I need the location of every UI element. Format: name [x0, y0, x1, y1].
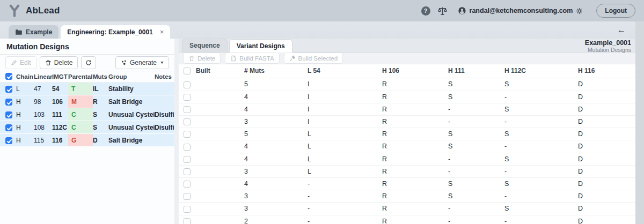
build-fasta-button[interactable]: Build FASTA [225, 53, 279, 64]
variant-row[interactable]: 4IR-SD [179, 103, 635, 115]
variant-delete-button[interactable]: Delete [183, 53, 221, 64]
row-checkbox[interactable] [184, 94, 191, 101]
checkbox-cell[interactable] [0, 108, 16, 121]
variant-row[interactable]: 2-R--D [179, 215, 635, 224]
workspace-tab-example[interactable]: Example [9, 25, 58, 39]
tab-variant-designs[interactable]: Variant Designs [229, 39, 292, 53]
checkbox-cell[interactable] [179, 115, 194, 128]
cell-l-54: I [305, 78, 380, 91]
workspace-tab-engineering[interactable]: Engineering: Example_0001 × [61, 25, 170, 39]
row-checkbox[interactable] [184, 206, 191, 213]
column-header-built: Built [194, 64, 242, 78]
row-checkbox[interactable] [184, 156, 191, 163]
hammer-icon [289, 55, 296, 62]
folder-icon [15, 28, 23, 36]
delete-button[interactable]: Delete [40, 56, 78, 69]
checkbox-cell[interactable] [0, 83, 16, 95]
mutation-row[interactable]: H98106MRSalt Bridge [0, 95, 174, 108]
column-header-h-112c: H 112C [502, 64, 576, 78]
generate-button[interactable]: Generate [115, 56, 169, 69]
variant-row[interactable]: 4IRS-D [179, 91, 635, 103]
edit-button[interactable]: Edit [5, 56, 36, 69]
variant-row[interactable]: 4-RSSD [179, 177, 635, 190]
variant-toolbar: Delete Build FASTA [179, 53, 635, 64]
select-all-checkbox[interactable] [5, 73, 12, 80]
variant-row[interactable]: 3-RS-D [179, 190, 635, 203]
parental-chip: G [68, 134, 93, 146]
row-checkbox[interactable] [184, 118, 191, 125]
variant-row[interactable]: 5IRSSD [179, 78, 635, 91]
mutation-designs-panel: Mutation Designs Edit Delete [0, 39, 174, 224]
mutation-row[interactable]: H108112CCSUnusual CysteineDisulfide [0, 121, 174, 134]
row-checkbox[interactable] [184, 181, 191, 188]
checkbox-cell[interactable] [0, 134, 16, 147]
close-tab-icon[interactable]: × [160, 28, 164, 36]
checkbox-cell[interactable] [179, 165, 194, 177]
refresh-button[interactable] [81, 56, 96, 69]
cell-num-muts: 5 [242, 128, 305, 140]
checkbox-cell[interactable] [179, 128, 194, 140]
variant-row[interactable]: 3IR--D [179, 115, 635, 128]
cell-h-116: D [576, 115, 635, 128]
row-checkbox[interactable] [184, 168, 191, 175]
checkbox-cell[interactable] [179, 190, 194, 203]
checkbox-cell[interactable] [0, 95, 16, 108]
variant-row[interactable]: 4LRS-D [179, 140, 635, 153]
row-checkbox[interactable] [5, 137, 12, 144]
cell-group: Salt Bridge [108, 95, 155, 108]
mutation-table-body: L4754TILStabilityH98106MRSalt BridgeH103… [0, 83, 174, 147]
cell-l-54: - [305, 203, 380, 215]
row-checkbox[interactable] [184, 193, 191, 200]
column-header-linear: Linear [34, 71, 52, 83]
cell-h-106: R [380, 153, 446, 165]
cell-notes: Disulfide [155, 108, 174, 121]
column-header-muts: # Muts [242, 64, 305, 78]
checkbox-cell[interactable] [179, 78, 194, 91]
select-all-checkbox[interactable] [184, 68, 191, 74]
cell-h-116: D [576, 215, 635, 224]
settings-gear-icon[interactable] [576, 8, 583, 14]
row-checkbox[interactable] [184, 106, 191, 113]
cell-h-116: D [576, 78, 635, 91]
back-arrow-icon[interactable]: ← [617, 26, 626, 34]
row-checkbox[interactable] [5, 86, 12, 93]
checkbox-cell[interactable] [179, 215, 194, 224]
column-header-group: Group [108, 71, 155, 83]
cell-h-111: - [446, 103, 502, 115]
tab-label: Sequence [189, 42, 220, 49]
right-edge-strip [635, 21, 644, 224]
row-checkbox[interactable] [184, 218, 191, 224]
cell-h-112c: S [502, 78, 576, 91]
row-checkbox[interactable] [5, 99, 12, 106]
checkbox-cell[interactable] [179, 177, 194, 190]
checkbox-cell[interactable] [179, 153, 194, 165]
variant-row[interactable]: 3-R-SD [179, 203, 635, 215]
column-header-muts: Muts [93, 71, 108, 83]
checkbox-cell[interactable] [179, 103, 194, 115]
checkbox-cell[interactable] [179, 203, 194, 215]
refresh-icon [85, 59, 92, 66]
variant-row[interactable]: 5LRSSD [179, 128, 635, 140]
mutation-row[interactable]: H115116GDSalt Bridge [0, 134, 174, 147]
checkbox-cell[interactable] [179, 140, 194, 153]
build-selected-button[interactable]: Build Selected [284, 53, 343, 64]
variant-row[interactable]: 3LR--D [179, 165, 635, 177]
checkbox-cell[interactable] [0, 121, 16, 134]
cell-l-54: L [305, 140, 380, 153]
scale-icon[interactable] [437, 6, 448, 16]
row-checkbox[interactable] [184, 131, 191, 138]
logout-button[interactable]: Logout [596, 4, 635, 18]
row-checkbox[interactable] [184, 81, 191, 88]
mutation-row[interactable]: H103111CSUnusual CysteineDisulfide [0, 108, 174, 121]
variant-table-header: Built# MutsL 54H 106H 111H 112CH 116 [179, 64, 635, 78]
cell-h-112c: S [502, 128, 576, 140]
checkbox-cell[interactable] [179, 91, 194, 103]
user-avatar-icon [458, 6, 466, 15]
row-checkbox[interactable] [184, 144, 191, 151]
row-checkbox[interactable] [5, 124, 12, 131]
tab-sequence[interactable]: Sequence [182, 39, 228, 52]
variant-row[interactable]: 4LR-SD [179, 153, 635, 165]
row-checkbox[interactable] [5, 111, 12, 118]
mutation-row[interactable]: L4754TILStability [0, 83, 174, 95]
help-icon[interactable]: ? [421, 6, 430, 16]
